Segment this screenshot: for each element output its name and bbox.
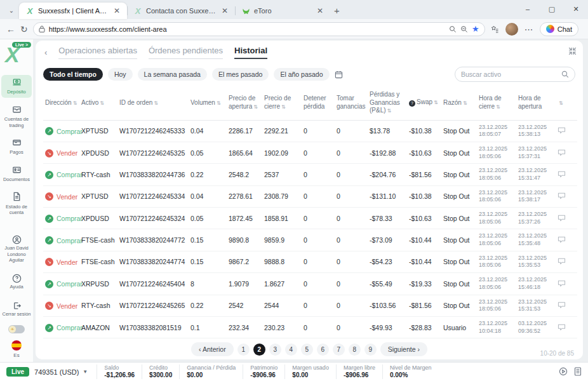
sort-icon[interactable]: ⇅: [154, 100, 158, 106]
browser-tab[interactable]: eToro✕: [235, 3, 330, 19]
page-button[interactable]: 6: [317, 344, 329, 356]
page-button[interactable]: 1: [237, 344, 250, 356]
filter-pill[interactable]: Todo el tiempo: [43, 68, 103, 81]
visual-search-icon[interactable]: [449, 25, 457, 33]
profile-avatar[interactable]: [505, 23, 518, 36]
results-range: 10-20 de 85: [540, 350, 574, 357]
page-button[interactable]: 8: [349, 344, 361, 356]
column-header[interactable]: Hora de cierre⇅: [477, 88, 516, 120]
sidebar-item-profile[interactable]: Juan David Londono Aguilar: [1, 232, 32, 265]
sidebar-item-documents[interactable]: Documentos: [1, 163, 32, 185]
play-circle-icon[interactable]: [559, 367, 568, 377]
more-menu-icon[interactable]: ⋯: [525, 24, 533, 34]
sidebar-item-logout[interactable]: Cerrar sesión: [1, 298, 32, 319]
spanish-flag-icon[interactable]: [11, 340, 22, 351]
tab-search-chevron-icon[interactable]: ⌄: [4, 3, 19, 17]
comment-icon[interactable]: [558, 149, 566, 156]
sort-icon[interactable]: ⇅: [253, 104, 258, 110]
browser-tab[interactable]: XContacta con SuxxessFX✕: [127, 3, 235, 19]
volume-cell: 8: [189, 273, 227, 295]
comment-icon[interactable]: [558, 323, 566, 331]
page-button[interactable]: 7: [333, 344, 345, 356]
address-bar[interactable]: https://www.suxxessfx.com/client-area ★: [33, 22, 485, 36]
sort-icon[interactable]: ⇅: [463, 100, 467, 106]
copilot-chat-button[interactable]: Chat: [540, 22, 578, 36]
column-header[interactable]: Volumen⇅: [189, 88, 227, 120]
column-header[interactable]: Dirección⇅: [43, 88, 79, 120]
sort-icon[interactable]: ⇅: [217, 100, 221, 106]
comment-icon[interactable]: [558, 279, 566, 287]
comment-icon[interactable]: [558, 192, 566, 199]
filter-pill[interactable]: La semana pasada: [138, 68, 207, 81]
sidebar-item-trading-accounts[interactable]: Cuentas de trading: [1, 102, 32, 131]
stat-margen-libre: Margen libre-$906.96: [336, 364, 382, 379]
refresh-icon[interactable]: ↻: [20, 24, 28, 34]
table-row: ↗ComprarXPTUSDW17072122462453330.042286.…: [43, 120, 577, 142]
column-header[interactable]: Precio de cierre⇅: [262, 88, 302, 120]
calendar-icon[interactable]: [335, 70, 343, 79]
live-badge[interactable]: Live >: [12, 42, 31, 48]
sort-icon[interactable]: ⇅: [281, 104, 286, 110]
column-header[interactable]: Razón⇅: [441, 88, 477, 120]
page-button[interactable]: 3: [269, 344, 281, 356]
theme-toggle[interactable]: ☀: [8, 325, 25, 333]
sidebar-item-help[interactable]: Ayuda: [1, 271, 32, 292]
next-page-button[interactable]: Siguiente ›: [380, 342, 427, 356]
sort-icon[interactable]: ⇅: [387, 108, 392, 114]
favorite-star-icon[interactable]: ★: [472, 24, 479, 34]
close-time-cell: 23.12.202518:05:06: [477, 273, 516, 295]
search-input[interactable]: [461, 70, 558, 78]
page-button[interactable]: 2: [253, 344, 265, 356]
collapse-icon[interactable]: [568, 47, 577, 57]
back-chevron-icon[interactable]: ‹: [44, 48, 47, 57]
sort-icon[interactable]: ⇅: [434, 100, 438, 105]
page-button[interactable]: 4: [285, 344, 297, 356]
tab-historial[interactable]: Historial: [234, 46, 267, 59]
maximize-button[interactable]: ▢: [540, 0, 564, 18]
sidebar-item-deposit[interactable]: Depósito: [1, 75, 32, 98]
close-price-cell: 2308.79: [262, 185, 302, 207]
tab-close-icon[interactable]: ✕: [315, 6, 325, 15]
tab-órdenes-pendientes[interactable]: Órdenes pendientes: [149, 46, 223, 59]
take-profit-cell: 0: [335, 142, 368, 163]
page-button[interactable]: 9: [364, 344, 377, 356]
tab-operaciones-abiertas[interactable]: Operaciones abiertas: [58, 46, 137, 59]
stop-loss-cell: 0: [302, 208, 335, 229]
back-icon[interactable]: ←: [6, 24, 15, 34]
column-header[interactable]: ID de orden⇅: [117, 88, 189, 120]
browser-tab[interactable]: XSuxxessfx | Client Area✕: [19, 3, 127, 19]
minimize-button[interactable]: –: [516, 0, 540, 18]
sort-icon[interactable]: ⇅: [73, 100, 77, 106]
filter-pill[interactable]: Hoy: [108, 68, 133, 81]
prev-page-button[interactable]: ‹ Anterior: [191, 342, 234, 356]
sort-icon[interactable]: ⇅: [100, 100, 104, 106]
page-button[interactable]: 5: [301, 344, 313, 356]
account-selector[interactable]: 749351 (USD)▼: [34, 368, 88, 376]
comment-icon[interactable]: [558, 126, 566, 134]
tab-close-icon[interactable]: ✕: [112, 6, 122, 15]
new-tab-button[interactable]: +: [334, 5, 340, 16]
collections-icon[interactable]: [490, 25, 499, 34]
comment-icon[interactable]: [558, 214, 566, 222]
column-header[interactable]: Activo⇅: [79, 88, 117, 120]
sort-icon[interactable]: ⇅: [559, 100, 563, 106]
column-header[interactable]: Precio de apertura⇅: [227, 88, 262, 120]
filter-pill[interactable]: El año pasado: [274, 68, 329, 81]
sidebar-item-statement[interactable]: Estado de cuenta: [1, 189, 32, 218]
search-icon[interactable]: [561, 70, 569, 78]
sort-icon[interactable]: ⇅: [496, 104, 500, 110]
asset-cell: XPDUSD: [79, 142, 117, 163]
sidebar-item-payments[interactable]: Pagos: [1, 135, 32, 158]
zoom-icon[interactable]: [460, 25, 468, 33]
journal-icon[interactable]: [574, 367, 582, 377]
comment-icon[interactable]: [558, 257, 566, 265]
comment-icon[interactable]: [558, 170, 566, 178]
column-header[interactable]: Pérdidas y Ganancias (P&L)⇅: [368, 88, 407, 120]
close-button[interactable]: ✕: [564, 0, 588, 18]
comment-icon[interactable]: [558, 301, 566, 309]
column-header[interactable]: ⇅: [556, 88, 577, 120]
filter-pill[interactable]: El mes pasado: [212, 68, 269, 81]
tab-close-icon[interactable]: ✕: [220, 6, 230, 15]
column-header[interactable]: ?Swap⇅: [407, 88, 441, 120]
comment-icon[interactable]: [558, 236, 566, 243]
